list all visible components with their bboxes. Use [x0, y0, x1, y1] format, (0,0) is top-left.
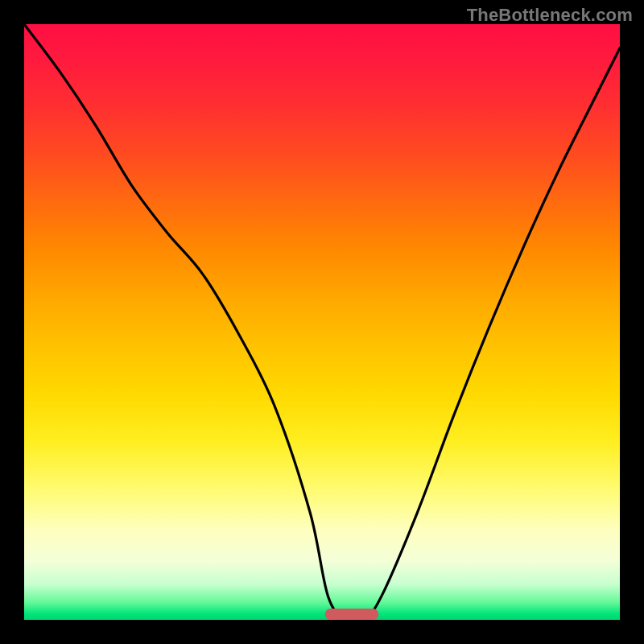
watermark-label: TheBottleneck.com [467, 5, 633, 26]
optimal-marker [325, 609, 379, 620]
plot-area [24, 24, 620, 620]
chart-svg [24, 24, 620, 620]
chart-frame: TheBottleneck.com [0, 0, 644, 644]
bottleneck-curve [24, 24, 620, 620]
